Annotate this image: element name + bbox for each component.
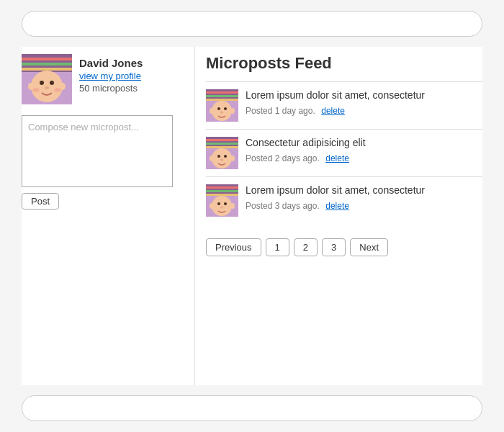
svg-point-45 [230, 203, 235, 209]
svg-rect-3 [22, 63, 72, 66]
feed-item-meta: Posted 1 day ago. [246, 106, 315, 116]
page-2-button[interactable]: 2 [294, 238, 318, 256]
svg-rect-39 [206, 194, 238, 196]
user-name: David Jones [79, 57, 143, 69]
svg-point-8 [45, 86, 49, 89]
feed-item-text: Lorem ipsum dolor sit amet, consectetur [246, 89, 482, 101]
feed-item-delete-2[interactable]: delete [325, 201, 349, 211]
feed-item-delete-0[interactable]: delete [321, 106, 345, 116]
svg-point-41 [217, 202, 220, 205]
feed-avatar [206, 89, 238, 122]
svg-point-12 [60, 83, 66, 90]
bottom-navigation-bar [22, 395, 482, 421]
svg-rect-2 [22, 58, 72, 60]
page-3-button[interactable]: 3 [322, 238, 346, 256]
svg-point-44 [210, 203, 214, 209]
feed-item-meta: Posted 2 days ago. [246, 153, 320, 163]
svg-rect-27 [206, 143, 238, 145]
svg-rect-28 [206, 146, 238, 148]
svg-point-22 [210, 108, 214, 114]
compose-placeholder: Compose new micropost... [28, 122, 139, 132]
svg-rect-17 [206, 99, 238, 101]
post-button[interactable]: Post [22, 193, 59, 210]
svg-point-31 [224, 155, 227, 158]
view-profile-link[interactable]: view my profile [79, 71, 143, 81]
sidebar: David Jones view my profile 50 micropost… [22, 47, 180, 385]
svg-point-7 [50, 81, 54, 85]
feed-item-content: Consectetur adipisicing elit Posted 2 da… [246, 137, 482, 164]
feed-item: Consectetur adipisicing elit Posted 2 da… [206, 129, 482, 176]
top-navigation-bar [22, 11, 482, 37]
compose-textarea[interactable]: Compose new micropost... [22, 115, 173, 187]
main-content: David Jones view my profile 50 micropost… [22, 47, 482, 385]
svg-point-34 [230, 156, 235, 161]
svg-point-20 [224, 107, 227, 110]
feed-item-delete-1[interactable]: delete [325, 153, 349, 163]
page-1-button[interactable]: 1 [266, 238, 289, 256]
pagination: Previous 1 2 3 Next [206, 238, 482, 256]
svg-point-40 [212, 196, 232, 216]
feed-item-text: Consectetur adipisicing elit [246, 137, 482, 148]
svg-point-19 [217, 107, 220, 110]
feed-item: Lorem ipsum dolor sit amet, consectetur … [206, 81, 482, 129]
feed-avatar [206, 184, 238, 217]
avatar [22, 54, 72, 104]
svg-point-32 [220, 159, 223, 161]
svg-point-23 [230, 108, 235, 114]
svg-rect-15 [206, 91, 238, 94]
svg-point-9 [32, 88, 40, 92]
svg-point-43 [220, 207, 223, 209]
svg-point-10 [54, 88, 61, 92]
feed-item-text: Lorem ipsum dolor sit amet, consectetur [246, 184, 482, 196]
svg-point-6 [40, 81, 44, 85]
feed-avatar [206, 137, 238, 169]
svg-rect-26 [206, 139, 238, 141]
svg-rect-16 [206, 95, 238, 97]
svg-point-42 [224, 202, 227, 205]
svg-point-30 [217, 155, 220, 158]
svg-rect-37 [206, 186, 238, 189]
user-profile: David Jones view my profile 50 micropost… [22, 54, 180, 104]
feed-list: Lorem ipsum dolor sit amet, consectetur … [206, 81, 482, 224]
svg-point-33 [210, 156, 214, 161]
previous-button[interactable]: Previous [206, 238, 261, 256]
user-info: David Jones view my profile 50 micropost… [79, 54, 143, 94]
feed-item-meta: Posted 3 days ago. [246, 201, 320, 211]
svg-point-18 [212, 101, 232, 121]
feed-area: Microposts Feed [194, 47, 482, 385]
feed-item: Lorem ipsum dolor sit amet, consectetur … [206, 176, 482, 224]
svg-point-11 [28, 83, 34, 90]
svg-rect-4 [22, 68, 72, 71]
feed-title: Microposts Feed [206, 54, 482, 73]
feed-item-content: Lorem ipsum dolor sit amet, consectetur … [246, 184, 482, 212]
feed-item-content: Lorem ipsum dolor sit amet, consectetur … [246, 89, 482, 117]
next-button[interactable]: Next [350, 238, 388, 256]
svg-point-21 [220, 112, 223, 114]
svg-point-29 [212, 148, 232, 168]
micropost-count: 50 microposts [79, 83, 143, 94]
svg-rect-38 [206, 190, 238, 192]
